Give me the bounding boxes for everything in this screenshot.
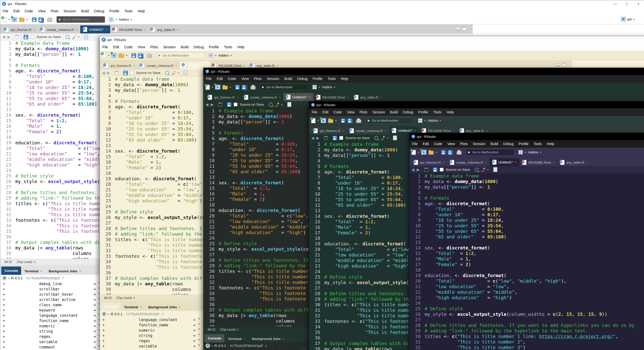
menu-view[interactable]: View: [445, 142, 457, 146]
addins-button[interactable]: Addins▾: [528, 150, 541, 154]
menu-profile[interactable]: Profile: [310, 77, 325, 81]
source-on-save-checkbox[interactable]: [130, 71, 134, 75]
close-tab-icon[interactable]: ×: [486, 129, 488, 133]
editor-save-icon[interactable]: [433, 167, 437, 172]
open-file-icon[interactable]: [19, 18, 24, 22]
code-editor[interactable]: 1# Example data frame2my_data <- dummy_d…: [410, 173, 644, 350]
menu-file[interactable]: File: [0, 9, 11, 13]
scope-indicator[interactable]: (Top Level)⇕: [17, 260, 36, 264]
open-directory-icon[interactable]: ↗: [61, 276, 64, 280]
menu-file[interactable]: File: [410, 142, 420, 146]
tab-readme-rmd[interactable]: README.Rmd×: [519, 159, 557, 166]
console-tab-terminal[interactable]: Terminal×: [224, 335, 249, 342]
scope-indicator[interactable]: (Top Level)⇕: [116, 296, 135, 300]
back-icon[interactable]: ◀: [2, 35, 5, 39]
menu-view[interactable]: View: [35, 9, 48, 13]
menu-session[interactable]: Session: [160, 45, 178, 49]
tab-untitled1-[interactable]: Untitled1*×: [490, 158, 519, 166]
new-project-icon[interactable]: R: [215, 85, 220, 90]
close-tab-icon[interactable]: ×: [179, 305, 181, 309]
new-project-icon[interactable]: R: [321, 118, 326, 123]
panes-layout-icon[interactable]: [518, 150, 523, 154]
menu-edit[interactable]: Edit: [111, 45, 122, 49]
menu-help[interactable]: Help: [544, 142, 557, 146]
close-tab-icon[interactable]: ×: [75, 28, 77, 32]
print-icon[interactable]: [147, 54, 152, 58]
save-all-icon[interactable]: [138, 53, 143, 58]
maximize-source-icon[interactable]: [562, 63, 566, 66]
menu-code[interactable]: Code: [431, 142, 445, 146]
menu-view[interactable]: View: [239, 77, 251, 81]
menu-code[interactable]: Code: [225, 77, 239, 81]
menu-session[interactable]: Session: [61, 9, 78, 13]
search-icon[interactable]: [374, 136, 378, 140]
code-tools-caret-icon[interactable]: ▾: [178, 71, 179, 74]
new-project-icon[interactable]: R: [111, 53, 117, 58]
maximize-button[interactable]: □: [621, 0, 633, 7]
open-recent-caret-icon[interactable]: ▾: [26, 18, 28, 21]
back-icon[interactable]: ◀: [311, 136, 314, 140]
close-tab-icon[interactable]: ×: [515, 160, 517, 164]
new-project-icon[interactable]: R: [12, 17, 17, 22]
open-file-icon[interactable]: [119, 54, 124, 58]
print-icon[interactable]: [47, 18, 52, 22]
window-titlebar[interactable]: R qol - RStudio — □ ×: [0, 0, 644, 7]
code-tools-wand-icon[interactable]: [171, 71, 175, 75]
menu-help[interactable]: Help: [235, 45, 247, 49]
console-tab-terminal[interactable]: Terminal×: [21, 267, 45, 275]
close-tab-icon[interactable]: ×: [33, 28, 35, 32]
panes-caret-icon[interactable]: ▾: [115, 18, 117, 21]
minimize-source-icon[interactable]: [456, 27, 460, 31]
console-tab-console[interactable]: Console: [1, 267, 21, 275]
open-recent-caret-icon[interactable]: ▾: [436, 151, 437, 154]
new-file-icon[interactable]: [311, 118, 315, 123]
popout-window-icon[interactable]: [424, 168, 428, 171]
new-file-icon[interactable]: [412, 150, 416, 155]
close-tab-icon[interactable]: ×: [309, 95, 311, 99]
save-all-icon[interactable]: [38, 17, 43, 22]
menu-profile[interactable]: Profile: [516, 142, 531, 146]
open-recent-caret-icon[interactable]: ▾: [335, 119, 337, 122]
menu-tools[interactable]: Tools: [325, 77, 338, 81]
forward-icon[interactable]: ▶: [107, 71, 110, 75]
open-recent-caret-icon[interactable]: ▾: [126, 54, 127, 57]
popout-window-icon[interactable]: [218, 103, 222, 106]
panes-layout-icon[interactable]: [209, 53, 213, 58]
r-version-caret-icon[interactable]: ▾: [212, 344, 213, 347]
back-icon[interactable]: ◀: [102, 71, 105, 75]
console-tab-console[interactable]: Console: [205, 334, 224, 342]
tab-untitled1-[interactable]: Untitled1*×: [284, 93, 313, 101]
window-titlebar[interactable]: R qol - RStudio — □ ×: [410, 133, 644, 140]
save-icon[interactable]: [341, 118, 345, 123]
menu-edit[interactable]: Edit: [11, 9, 22, 13]
open-file-icon[interactable]: [328, 119, 333, 123]
save-icon[interactable]: [235, 85, 240, 90]
r-version-caret-icon[interactable]: ▾: [8, 277, 10, 280]
popout-window-icon[interactable]: [15, 35, 19, 39]
panes-layout-icon[interactable]: [109, 17, 113, 22]
menu-code[interactable]: Code: [331, 110, 344, 114]
console-tab-background-jobs[interactable]: Background Jobs×: [45, 267, 84, 275]
panes-caret-icon[interactable]: ▾: [319, 86, 320, 89]
menu-debug[interactable]: Debug: [400, 110, 416, 114]
goto-file-box[interactable]: Go to file/function: [57, 16, 105, 23]
panes-caret-icon[interactable]: ▾: [215, 54, 216, 57]
tab-untitled1-[interactable]: Untitled1*×: [80, 25, 110, 33]
new-file-caret-icon[interactable]: ▾: [418, 151, 419, 154]
close-tab-icon[interactable]: ×: [40, 269, 42, 273]
save-all-icon[interactable]: [448, 150, 452, 155]
close-tab-icon[interactable]: ×: [236, 96, 238, 99]
menu-build[interactable]: Build: [282, 77, 295, 81]
close-tab-icon[interactable]: ×: [384, 129, 386, 133]
menu-build[interactable]: Build: [78, 9, 91, 13]
forward-icon[interactable]: ▶: [417, 167, 420, 172]
menu-plots[interactable]: Plots: [251, 77, 264, 81]
tab-create-rstheme-r[interactable]: create_rstheme.R×: [241, 94, 284, 101]
tab-any-table-r[interactable]: any_table.R×: [557, 159, 591, 166]
save-all-icon[interactable]: [347, 118, 352, 123]
forward-icon[interactable]: ▶: [211, 102, 214, 107]
tab-create-rstheme-r[interactable]: create_rstheme.R×: [347, 127, 389, 135]
tab-qol-themes-r[interactable]: qol_themes.R×: [205, 94, 241, 101]
maximize-source-icon[interactable]: [462, 27, 466, 30]
panes-caret-icon[interactable]: ▾: [525, 151, 526, 154]
